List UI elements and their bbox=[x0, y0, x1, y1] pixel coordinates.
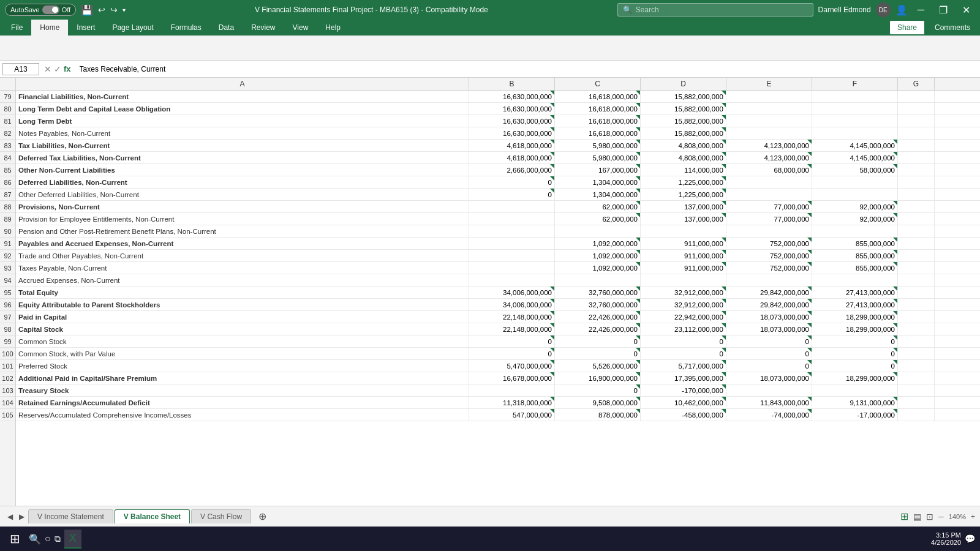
scroll-tabs-left[interactable]: ◀ bbox=[5, 512, 15, 521]
cell-value[interactable]: 68,000,000 bbox=[726, 164, 812, 176]
cell-value[interactable]: 1,092,000,000 bbox=[555, 250, 641, 262]
cell-value[interactable] bbox=[726, 225, 812, 238]
cell-value[interactable]: 0 bbox=[555, 335, 641, 348]
cell-value[interactable] bbox=[898, 225, 935, 238]
col-header-b[interactable]: B bbox=[469, 78, 555, 90]
cell-value[interactable]: 32,912,000,000 bbox=[641, 299, 726, 311]
table-row[interactable]: Long Term Debt and Capital Lease Obligat… bbox=[16, 103, 980, 115]
cell-value[interactable]: 22,426,000,000 bbox=[555, 323, 641, 335]
cell-value[interactable]: 4,618,000,000 bbox=[469, 140, 555, 152]
cell-value[interactable]: 1,304,000,000 bbox=[555, 176, 641, 189]
table-row[interactable]: Provision for Employee Entitlements, Non… bbox=[16, 213, 980, 225]
col-header-e[interactable]: E bbox=[726, 78, 812, 90]
cell-value[interactable] bbox=[898, 323, 935, 335]
cell-value[interactable]: 5,526,000,000 bbox=[555, 360, 641, 372]
cell-value[interactable]: 752,000,000 bbox=[726, 238, 812, 250]
cell-value[interactable] bbox=[812, 384, 898, 397]
cell-value[interactable] bbox=[812, 274, 898, 287]
table-row[interactable]: Other Deferred Liabilities, Non-Current0… bbox=[16, 189, 980, 201]
cell-value[interactable]: 5,980,000,000 bbox=[555, 140, 641, 152]
cell-value[interactable]: 18,299,000,000 bbox=[812, 323, 898, 335]
cell-value[interactable] bbox=[812, 103, 898, 115]
cell-value[interactable] bbox=[726, 384, 812, 397]
cell-value[interactable]: 0 bbox=[726, 360, 812, 372]
cell-value[interactable]: 92,000,000 bbox=[812, 201, 898, 213]
cell-value[interactable] bbox=[555, 274, 641, 287]
cell-value[interactable]: 16,618,000,000 bbox=[555, 115, 641, 127]
cell-value[interactable] bbox=[898, 384, 935, 397]
row-header-81[interactable]: 81 bbox=[0, 115, 15, 127]
cell-value[interactable] bbox=[726, 176, 812, 189]
cell-value[interactable]: 752,000,000 bbox=[726, 262, 812, 274]
start-button[interactable]: ⊞ bbox=[5, 531, 25, 546]
tab-home[interactable]: Home bbox=[31, 20, 68, 36]
cell-label[interactable]: Equity Attributable to Parent Stockholde… bbox=[16, 299, 469, 311]
cell-value[interactable]: 911,000,000 bbox=[641, 262, 726, 274]
row-header-92[interactable]: 92 bbox=[0, 250, 15, 262]
cell-label[interactable]: Total Equity bbox=[16, 287, 469, 299]
cell-value[interactable]: 27,413,000,000 bbox=[812, 287, 898, 299]
col-header-g[interactable]: G bbox=[898, 78, 935, 90]
cell-value[interactable] bbox=[812, 115, 898, 127]
cell-value[interactable]: 0 bbox=[726, 335, 812, 348]
row-header-100[interactable]: 100 bbox=[0, 348, 15, 360]
cell-value[interactable]: 4,145,000,000 bbox=[812, 140, 898, 152]
cell-value[interactable]: 878,000,000 bbox=[555, 409, 641, 421]
search-input[interactable] bbox=[636, 6, 807, 14]
page-layout-view-button[interactable]: ▤ bbox=[913, 512, 921, 522]
tab-data[interactable]: Data bbox=[210, 20, 243, 36]
cell-value[interactable]: 10,462,000,000 bbox=[641, 397, 726, 409]
cell-value[interactable]: -170,000,000 bbox=[641, 384, 726, 397]
row-header-102[interactable]: 102 bbox=[0, 372, 15, 384]
cell-value[interactable]: 16,630,000,000 bbox=[469, 127, 555, 140]
excel-taskbar-icon[interactable]: X bbox=[64, 530, 81, 549]
row-header-93[interactable]: 93 bbox=[0, 262, 15, 274]
cell-label[interactable]: Taxes Payable, Non-Current bbox=[16, 262, 469, 274]
cell-label[interactable]: Payables and Accrued Expenses, Non-Curre… bbox=[16, 238, 469, 250]
tab-page-layout[interactable]: Page Layout bbox=[104, 20, 162, 36]
row-header-97[interactable]: 97 bbox=[0, 311, 15, 323]
cell-value[interactable] bbox=[812, 176, 898, 189]
cell-label[interactable]: Accrued Expenses, Non-Current bbox=[16, 274, 469, 287]
cell-value[interactable]: 77,000,000 bbox=[726, 213, 812, 225]
cell-value[interactable]: 32,760,000,000 bbox=[555, 299, 641, 311]
cell-value[interactable] bbox=[469, 213, 555, 225]
cell-value[interactable]: 16,618,000,000 bbox=[555, 127, 641, 140]
cell-label[interactable]: Treasury Stock bbox=[16, 384, 469, 397]
table-row[interactable]: Notes Payables, Non-Current16,630,000,00… bbox=[16, 127, 980, 140]
col-header-d[interactable]: D bbox=[641, 78, 726, 90]
cell-label[interactable]: Deferred Tax Liabilities, Non-Current bbox=[16, 152, 469, 164]
row-header-104[interactable]: 104 bbox=[0, 397, 15, 409]
col-header-c[interactable]: C bbox=[555, 78, 641, 90]
cell-value[interactable]: 4,618,000,000 bbox=[469, 152, 555, 164]
cell-value[interactable]: 62,000,000 bbox=[555, 213, 641, 225]
cell-label[interactable]: Deferred Liabilities, Non-Current bbox=[16, 176, 469, 189]
cell-value[interactable]: -74,000,000 bbox=[726, 409, 812, 421]
cell-value[interactable]: 32,912,000,000 bbox=[641, 287, 726, 299]
cell-value[interactable]: 22,942,000,000 bbox=[641, 311, 726, 323]
cell-value[interactable]: 5,980,000,000 bbox=[555, 152, 641, 164]
taskbar-cortana[interactable]: ○ bbox=[45, 533, 51, 544]
cell-value[interactable] bbox=[726, 274, 812, 287]
cell-value[interactable]: 4,808,000,000 bbox=[641, 152, 726, 164]
cell-value[interactable] bbox=[469, 225, 555, 238]
cell-label[interactable]: Financial Liabilities, Non-Current bbox=[16, 91, 469, 103]
cell-value[interactable]: 855,000,000 bbox=[812, 262, 898, 274]
cell-value[interactable] bbox=[898, 201, 935, 213]
cell-value[interactable]: 16,618,000,000 bbox=[555, 91, 641, 103]
redo-icon[interactable]: ↪ bbox=[110, 5, 118, 15]
row-header-95[interactable]: 95 bbox=[0, 287, 15, 299]
cell-value[interactable]: 0 bbox=[641, 348, 726, 360]
table-row[interactable]: Capital Stock22,148,000,00022,426,000,00… bbox=[16, 323, 980, 335]
cell-value[interactable] bbox=[469, 274, 555, 287]
cell-label[interactable]: Long Term Debt and Capital Lease Obligat… bbox=[16, 103, 469, 115]
cell-value[interactable]: 1,092,000,000 bbox=[555, 238, 641, 250]
table-row[interactable]: Pension and Other Post-Retirement Benefi… bbox=[16, 225, 980, 238]
notification-icon[interactable]: 💬 bbox=[965, 534, 975, 544]
restore-button[interactable]: ❐ bbox=[934, 0, 952, 20]
col-header-f[interactable]: F bbox=[812, 78, 898, 90]
cell-value[interactable]: 0 bbox=[469, 348, 555, 360]
cell-label[interactable]: Other Non-Current Liabilities bbox=[16, 164, 469, 176]
cell-value[interactable]: 11,318,000,000 bbox=[469, 397, 555, 409]
cell-value[interactable]: 911,000,000 bbox=[641, 238, 726, 250]
